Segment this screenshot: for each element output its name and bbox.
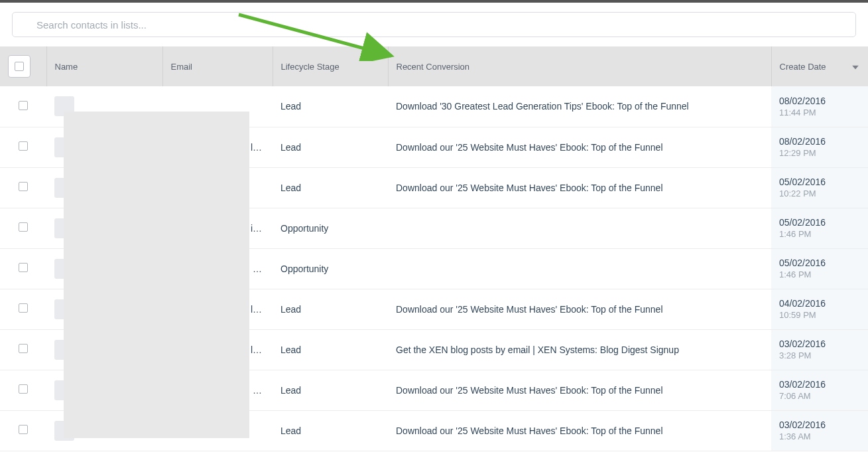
row-checkbox-cell	[0, 208, 46, 248]
row-checkbox-cell	[0, 410, 46, 451]
time-value: 7:06 AM	[779, 391, 860, 401]
time-value: 10:59 PM	[779, 310, 860, 320]
row-conversion-cell: Download our '25 Website Must Haves' Ebo…	[388, 127, 771, 167]
column-name[interactable]: Name	[46, 46, 162, 86]
column-checkbox	[0, 46, 46, 86]
row-checkbox[interactable]	[19, 182, 28, 191]
row-checkbox[interactable]	[19, 263, 28, 272]
table-header-row: Name Email Lifecycle Stage Recent Conver…	[0, 46, 868, 86]
row-lifecycle-cell: Opportunity	[273, 248, 388, 289]
row-checkbox[interactable]	[19, 303, 28, 313]
row-date-cell: 03/02/20167:06 AM	[771, 370, 868, 410]
row-lifecycle-cell: Lead	[273, 167, 388, 208]
row-date-cell: 03/02/20163:28 PM	[771, 329, 868, 370]
time-value: 12:29 PM	[779, 148, 860, 158]
row-checkbox-cell	[0, 289, 46, 329]
row-date-cell: 04/02/201610:59 PM	[771, 289, 868, 329]
time-value: 1:46 PM	[779, 270, 860, 279]
row-checkbox-cell	[0, 86, 46, 127]
row-checkbox-cell	[0, 127, 46, 167]
row-conversion-cell: Download our '25 Website Must Haves' Ebo…	[388, 410, 771, 451]
date-value: 03/02/2016	[779, 339, 860, 349]
time-value: 1:46 PM	[779, 229, 860, 239]
row-checkbox-cell	[0, 329, 46, 370]
sort-desc-icon	[852, 62, 859, 72]
row-checkbox[interactable]	[19, 384, 28, 394]
date-value: 04/02/2016	[779, 298, 860, 309]
row-lifecycle-cell: Lead	[273, 86, 388, 127]
row-date-cell: 03/02/20161:36 AM	[771, 410, 868, 451]
checkbox-icon	[15, 62, 24, 71]
column-email[interactable]: Email	[162, 46, 273, 86]
row-checkbox[interactable]	[19, 425, 28, 434]
row-lifecycle-cell: Lead	[273, 127, 388, 167]
row-checkbox[interactable]	[19, 344, 28, 353]
column-date[interactable]: Create Date	[771, 46, 868, 86]
time-value: 1:36 AM	[779, 431, 860, 441]
row-date-cell: 08/02/201611:44 PM	[771, 86, 868, 127]
date-value: 03/02/2016	[779, 420, 860, 430]
row-checkbox[interactable]	[19, 141, 28, 151]
time-value: 10:22 PM	[779, 189, 860, 198]
date-value: 05/02/2016	[779, 217, 860, 228]
search-container	[12, 12, 856, 37]
date-value: 03/02/2016	[779, 379, 860, 390]
row-conversion-cell: Download our '25 Website Must Haves' Ebo…	[388, 289, 771, 329]
row-conversion-cell: Download '30 Greatest Lead Generation Ti…	[388, 86, 771, 127]
row-conversion-cell: Download our '25 Website Must Haves' Ebo…	[388, 370, 771, 410]
row-date-cell: 05/02/201610:22 PM	[771, 167, 868, 208]
row-conversion-cell	[388, 208, 771, 248]
row-date-cell: 08/02/201612:29 PM	[771, 127, 868, 167]
row-date-cell: 05/02/20161:46 PM	[771, 248, 868, 289]
column-date-label: Create Date	[780, 62, 826, 72]
row-date-cell: 05/02/20161:46 PM	[771, 208, 868, 248]
row-conversion-cell	[388, 248, 771, 289]
row-conversion-cell: Get the XEN blog posts by email | XEN Sy…	[388, 329, 771, 370]
row-checkbox-cell	[0, 370, 46, 410]
select-all-checkbox[interactable]	[8, 55, 31, 78]
date-value: 08/02/2016	[779, 136, 860, 147]
date-value: 05/02/2016	[779, 177, 860, 187]
row-lifecycle-cell: Opportunity	[273, 208, 388, 248]
page-wrapper: Name Email Lifecycle Stage Recent Conver…	[0, 0, 868, 451]
row-checkbox[interactable]	[19, 101, 28, 110]
row-conversion-cell: Download our '25 Website Must Haves' Ebo…	[388, 167, 771, 208]
column-conversion[interactable]: Recent Conversion	[388, 46, 771, 86]
row-checkbox-cell	[0, 167, 46, 208]
search-input[interactable]	[12, 12, 856, 37]
search-area	[0, 3, 868, 46]
row-lifecycle-cell: Lead	[273, 410, 388, 451]
time-value: 3:28 PM	[779, 350, 860, 360]
row-lifecycle-cell: Lead	[273, 370, 388, 410]
column-lifecycle[interactable]: Lifecycle Stage	[273, 46, 388, 86]
row-checkbox-cell	[0, 248, 46, 289]
row-lifecycle-cell: Lead	[273, 329, 388, 370]
redaction-overlay	[64, 112, 249, 438]
time-value: 11:44 PM	[779, 108, 860, 117]
date-value: 08/02/2016	[779, 96, 860, 106]
row-checkbox[interactable]	[19, 222, 28, 232]
date-value: 05/02/2016	[779, 258, 860, 268]
row-lifecycle-cell: Lead	[273, 289, 388, 329]
